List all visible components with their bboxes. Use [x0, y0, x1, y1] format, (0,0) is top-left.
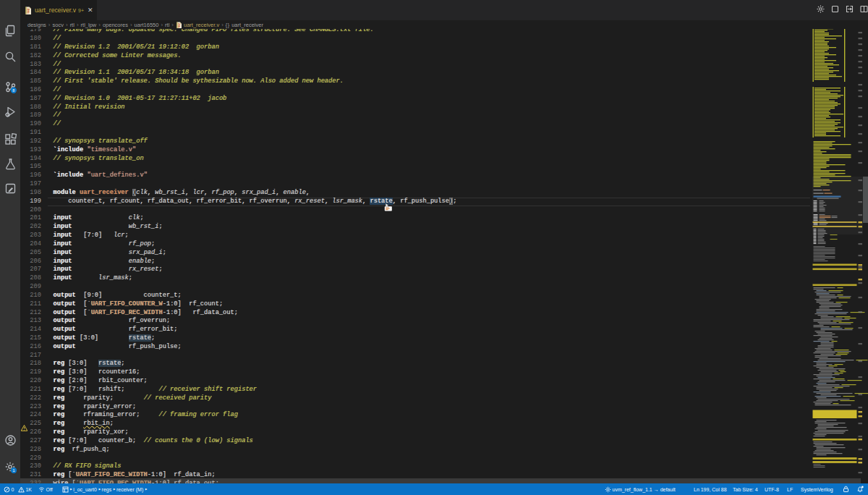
- svg-text:8: 8: [12, 88, 14, 92]
- svg-text:1: 1: [12, 468, 14, 473]
